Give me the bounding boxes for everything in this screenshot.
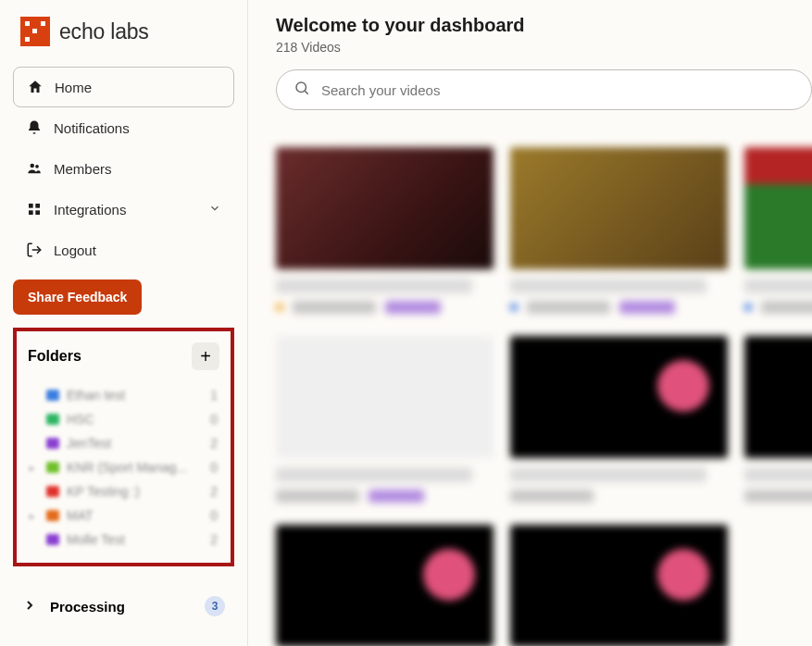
svg-rect-2: [29, 204, 33, 208]
page-title: Welcome to your dashboard: [276, 15, 812, 36]
video-card[interactable]: [510, 147, 728, 314]
folder-name: MAT: [67, 508, 94, 523]
video-count: 218 Videos: [276, 40, 812, 55]
folder-count: 1: [210, 388, 218, 403]
video-title: [276, 467, 472, 482]
svg-point-1: [35, 165, 39, 168]
folder-count: 0: [210, 412, 218, 427]
folder-item[interactable]: ▸ KNR (Sport Manag... 0: [28, 455, 219, 479]
video-badge: [385, 301, 441, 314]
folder-name: KP Testing :): [67, 484, 140, 499]
svg-line-8: [305, 91, 307, 93]
nav-members[interactable]: Members: [13, 148, 234, 189]
bell-icon: [26, 119, 43, 136]
video-meta: [744, 301, 812, 314]
plus-icon: +: [200, 346, 211, 367]
video-meta: [276, 301, 493, 314]
video-card[interactable]: [510, 336, 728, 503]
folder-icon: [46, 414, 59, 425]
video-badge: [619, 301, 675, 314]
video-card[interactable]: [276, 525, 493, 646]
brand-logo: echo labs: [13, 17, 234, 46]
folder-icon: [46, 462, 59, 473]
video-status: [293, 301, 376, 314]
grid-icon: [26, 201, 43, 217]
status-dot-icon: [744, 304, 752, 311]
folder-name: KNR (Sport Manag...: [67, 460, 187, 475]
folders-title: Folders: [28, 348, 81, 365]
nav-logout-label: Logout: [54, 242, 96, 258]
video-thumbnail: [510, 147, 728, 269]
caret-icon: ▸: [30, 511, 39, 521]
svg-rect-4: [29, 210, 33, 215]
caret-icon: ▸: [30, 463, 39, 473]
nav-home[interactable]: Home: [13, 67, 234, 107]
nav-home-label: Home: [55, 80, 92, 95]
video-card[interactable]: [276, 336, 493, 503]
processing-label: Processing: [50, 599, 125, 615]
video-thumbnail: [510, 336, 728, 458]
video-thumbnail: [276, 147, 493, 269]
folder-item[interactable]: Ethan test 1: [28, 383, 219, 407]
video-status: [527, 301, 610, 314]
video-title: [744, 279, 812, 293]
add-folder-button[interactable]: +: [192, 342, 219, 370]
folder-count: 2: [210, 532, 218, 547]
folder-item[interactable]: JenTest 2: [28, 431, 219, 455]
folder-count: 2: [210, 436, 218, 451]
folder-name: Ethan test: [67, 388, 125, 403]
folder-item[interactable]: KP Testing :) 2: [28, 479, 219, 503]
search-bar[interactable]: [276, 69, 812, 110]
folders-header: Folders +: [28, 342, 219, 370]
video-badge: [369, 490, 424, 503]
video-status: [276, 490, 359, 503]
members-icon: [26, 160, 43, 177]
folder-icon: [46, 534, 59, 545]
video-card[interactable]: [276, 147, 493, 314]
video-card[interactable]: [510, 525, 728, 646]
brand-name: echo labs: [59, 19, 149, 44]
sidebar: echo labs Home Notifications Members Int…: [0, 0, 248, 646]
folders-list: Ethan test 1 HSC 0 JenTest 2 ▸ KNR (Spor…: [28, 383, 219, 552]
chevron-right-icon: [22, 598, 37, 615]
search-input[interactable]: [321, 82, 794, 98]
folder-item[interactable]: Molle Test 2: [28, 528, 219, 552]
video-thumbnail: [510, 525, 728, 646]
folders-panel: Folders + Ethan test 1 HSC 0 JenTest 2 ▸…: [13, 328, 234, 566]
nav-notifications[interactable]: Notifications: [13, 107, 234, 148]
nav-integrations[interactable]: Integrations: [13, 189, 234, 230]
folder-item[interactable]: HSC 0: [28, 407, 219, 431]
video-meta: [510, 490, 728, 503]
svg-point-0: [31, 164, 35, 168]
video-thumbnail: [744, 336, 812, 458]
home-icon: [27, 79, 44, 95]
folder-count: 2: [210, 484, 218, 499]
status-dot-icon: [510, 304, 518, 311]
folder-icon: [46, 438, 59, 449]
chevron-down-icon: [208, 202, 221, 217]
folder-name: Molle Test: [67, 532, 125, 547]
video-meta: [510, 301, 728, 314]
folder-count: 0: [210, 508, 218, 523]
video-grid: [276, 147, 812, 646]
video-status: [761, 301, 812, 314]
nav-integrations-label: Integrations: [54, 202, 126, 217]
folder-icon: [46, 390, 59, 401]
svg-point-7: [296, 82, 306, 93]
folder-item[interactable]: ▸ MAT 0: [28, 503, 219, 528]
video-card[interactable]: [744, 147, 812, 314]
processing-row[interactable]: Processing 3: [13, 583, 234, 629]
search-icon: [294, 80, 310, 100]
svg-rect-5: [35, 210, 40, 215]
nav-logout[interactable]: Logout: [13, 230, 234, 270]
folder-name: HSC: [67, 412, 94, 427]
svg-rect-3: [35, 204, 40, 208]
folder-icon: [46, 486, 59, 497]
folder-name: JenTest: [67, 436, 111, 451]
processing-count-badge: 3: [205, 596, 225, 616]
video-status: [510, 490, 593, 503]
status-dot-icon: [276, 304, 283, 311]
share-feedback-button[interactable]: Share Feedback: [13, 280, 142, 315]
video-card[interactable]: [744, 336, 812, 503]
video-title: [510, 467, 706, 482]
